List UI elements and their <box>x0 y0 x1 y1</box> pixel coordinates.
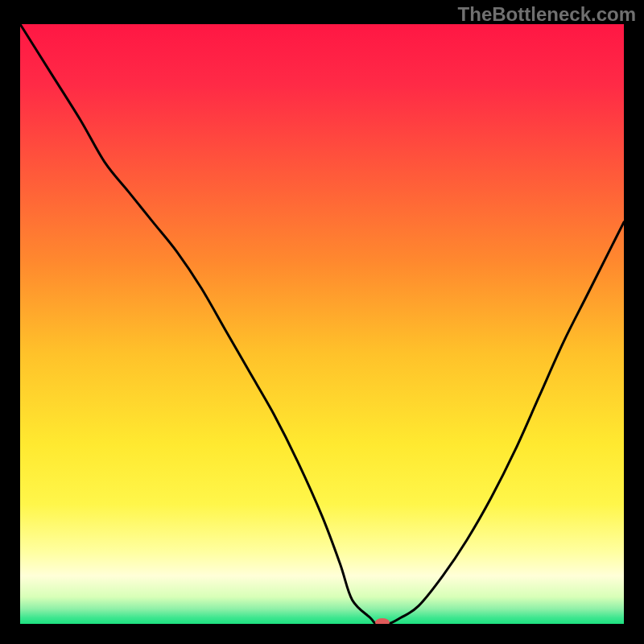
chart-container: TheBottleneck.com <box>0 0 644 644</box>
chart-svg <box>20 24 624 624</box>
watermark-text: TheBottleneck.com <box>458 3 636 26</box>
plot-area <box>20 24 624 624</box>
gradient-background <box>20 24 624 624</box>
